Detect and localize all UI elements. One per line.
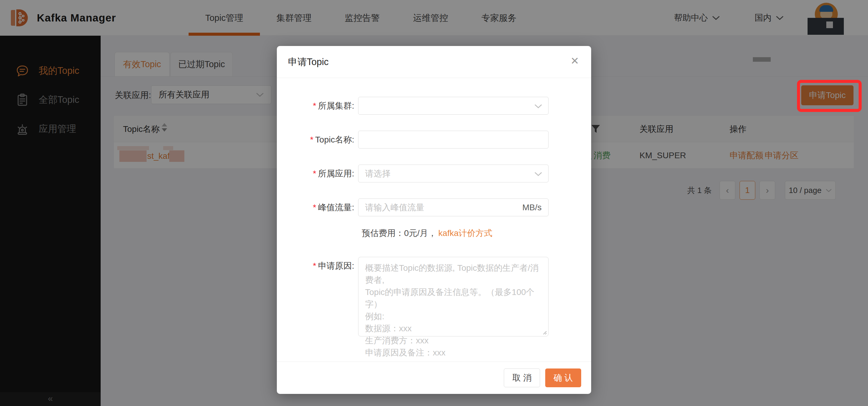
form-row-peak-traffic: *峰值流量: MB/s xyxy=(277,199,591,216)
form-row-topic-name: *Topic名称: xyxy=(277,131,591,149)
apply-topic-modal: 申请Topic ✕ *所属集群: *Topic名称: *所属应用: xyxy=(277,46,591,394)
cluster-select[interactable] xyxy=(358,97,549,115)
required-mark: * xyxy=(313,261,316,270)
required-mark: * xyxy=(310,135,313,144)
app-select[interactable]: 请选择 xyxy=(358,165,549,182)
required-mark: * xyxy=(313,169,316,178)
fee-estimate-text: 预估费用：0元/月， xyxy=(362,228,436,238)
app-label: *所属应用: xyxy=(277,165,358,182)
modal-title: 申请Topic xyxy=(288,56,329,68)
unit-suffix: MB/s xyxy=(522,199,541,216)
modal-footer: 取 消 确 认 xyxy=(277,361,591,394)
fee-estimate-line: 预估费用：0元/月，kafka计价方式 xyxy=(362,228,591,239)
peak-traffic-field-wrap: MB/s xyxy=(358,199,549,216)
kafka-pricing-link[interactable]: kafka计价方式 xyxy=(438,228,492,238)
modal-body: *所属集群: *Topic名称: *所属应用: 请选择 xyxy=(277,78,591,337)
required-mark: * xyxy=(313,101,316,110)
form-row-cluster: *所属集群: xyxy=(277,97,591,115)
resize-handle-icon[interactable] xyxy=(542,330,547,335)
form-row-reason: *申请原因: 概要描述Topic的数据源, Topic数据的生产者/消费者, T… xyxy=(277,257,591,337)
peak-traffic-label: *峰值流量: xyxy=(277,199,358,216)
peak-traffic-input[interactable] xyxy=(359,199,548,216)
modal-header: 申请Topic ✕ xyxy=(277,46,591,78)
reason-label: *申请原因: xyxy=(277,257,358,275)
app-select-placeholder: 请选择 xyxy=(365,168,391,179)
form-row-app: *所属应用: 请选择 xyxy=(277,165,591,182)
confirm-button[interactable]: 确 认 xyxy=(545,369,581,387)
close-icon[interactable]: ✕ xyxy=(570,56,579,66)
reason-placeholder: 概要描述Topic的数据源, Topic数据的生产者/消费者, Topic的申请… xyxy=(359,257,548,364)
topic-name-field-wrap xyxy=(358,131,549,149)
topic-name-label: *Topic名称: xyxy=(277,131,358,149)
cancel-button[interactable]: 取 消 xyxy=(504,369,540,387)
required-mark: * xyxy=(313,203,316,212)
topic-name-input[interactable] xyxy=(359,131,548,148)
chevron-down-icon xyxy=(534,172,542,176)
cluster-label: *所属集群: xyxy=(277,97,358,115)
reason-textarea[interactable]: 概要描述Topic的数据源, Topic数据的生产者/消费者, Topic的申请… xyxy=(358,257,549,337)
chevron-down-icon xyxy=(534,104,542,109)
annotation-highlight-rect xyxy=(797,80,862,112)
